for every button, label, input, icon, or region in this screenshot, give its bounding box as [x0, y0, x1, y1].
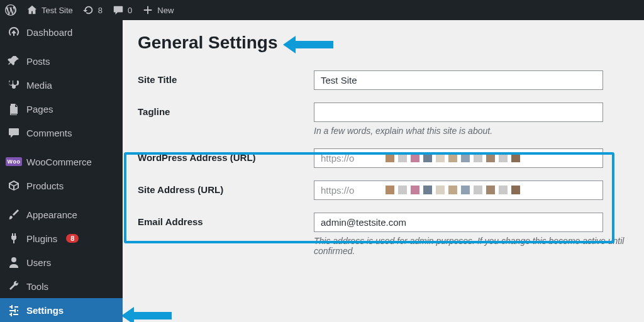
- sidebar-item-products[interactable]: Products: [0, 174, 123, 197]
- help-tagline: In a few words, explain what this site i…: [314, 126, 629, 136]
- row-site-title: Site Title: [138, 64, 629, 96]
- row-site-url: Site Address (URL): [138, 174, 629, 206]
- admin-sidebar: Dashboard Posts Media Pages Comments Woo…: [0, 20, 123, 322]
- sidebar-item-woocommerce[interactable]: Woo WooCommerce: [0, 150, 123, 174]
- sidebar-item-posts[interactable]: Posts: [0, 49, 123, 73]
- site-name-label: Test Site: [42, 6, 73, 15]
- new-content-link[interactable]: New: [142, 4, 174, 16]
- sliders-icon: [8, 304, 20, 316]
- sidebar-item-dashboard[interactable]: Dashboard: [0, 20, 123, 44]
- brush-icon: [8, 208, 20, 221]
- sidebar-item-label: Posts: [26, 56, 50, 67]
- help-email: This address is used for admin purposes.…: [314, 236, 629, 256]
- label-site-url: Site Address (URL): [138, 180, 314, 195]
- wp-logo[interactable]: [5, 4, 16, 16]
- sidebar-item-label: Media: [26, 80, 52, 91]
- sidebar-item-pages[interactable]: Pages: [0, 97, 123, 121]
- new-label: New: [157, 6, 174, 15]
- user-icon: [8, 256, 20, 269]
- wordpress-icon: [5, 4, 16, 16]
- settings-form: Site Title Tagline In a few words, expla…: [138, 64, 629, 262]
- media-icon: [8, 79, 20, 91]
- box-icon: [8, 179, 20, 192]
- sidebar-item-comments[interactable]: Comments: [0, 121, 123, 145]
- dashboard-icon: [8, 26, 20, 38]
- comments-link[interactable]: 0: [113, 4, 132, 16]
- sidebar-item-label: Comments: [26, 128, 72, 138]
- redacted-overlay: [386, 153, 520, 162]
- settings-content: General Settings Site Title Tagline In a…: [123, 20, 644, 322]
- row-tagline: Tagline In a few words, explain what thi…: [138, 96, 629, 142]
- row-wp-url: WordPress Address (URL): [138, 142, 629, 174]
- row-email: Email Address This address is used for a…: [138, 206, 629, 262]
- pin-icon: [8, 55, 20, 67]
- sidebar-item-plugins[interactable]: Plugins 8: [0, 226, 123, 250]
- sidebar-item-label: Plugins: [26, 233, 57, 244]
- sidebar-item-appearance[interactable]: Appearance: [0, 203, 123, 226]
- sidebar-item-label: Settings: [26, 305, 64, 316]
- comments-count: 0: [128, 6, 132, 15]
- annotation-arrow-settings: [123, 307, 172, 322]
- label-site-title: Site Title: [138, 70, 314, 85]
- woocommerce-icon: Woo: [8, 155, 20, 168]
- admin-top-bar: Test Site 8 0 New: [0, 0, 644, 20]
- sidebar-item-media[interactable]: Media: [0, 73, 123, 97]
- sidebar-item-settings[interactable]: Settings: [0, 298, 123, 322]
- sidebar-item-label: Products: [26, 180, 64, 191]
- sidebar-item-label: WooCommerce: [26, 157, 92, 167]
- label-email: Email Address: [138, 213, 314, 227]
- home-icon: [26, 4, 38, 16]
- label-wp-url: WordPress Address (URL): [138, 148, 314, 163]
- plug-icon: [8, 232, 20, 245]
- input-tagline[interactable]: [314, 103, 603, 122]
- page-title: General Settings: [138, 33, 629, 53]
- comment-icon: [113, 4, 124, 16]
- sidebar-item-users[interactable]: Users: [0, 250, 123, 274]
- comment-icon: [8, 126, 20, 139]
- plugins-badge: 8: [66, 234, 79, 243]
- sidebar-item-label: Appearance: [26, 209, 77, 220]
- wrench-icon: [8, 280, 20, 292]
- plus-icon: [142, 4, 153, 16]
- redacted-overlay: [386, 186, 520, 194]
- site-home-link[interactable]: Test Site: [26, 4, 73, 16]
- label-tagline: Tagline: [138, 103, 314, 117]
- sidebar-item-label: Pages: [26, 104, 53, 114]
- input-site-title[interactable]: [314, 70, 603, 90]
- refresh-icon: [83, 4, 94, 16]
- sidebar-item-label: Tools: [26, 281, 48, 292]
- input-email[interactable]: [314, 213, 603, 232]
- updates-count: 8: [98, 6, 103, 15]
- sidebar-item-label: Dashboard: [26, 27, 72, 38]
- sidebar-item-tools[interactable]: Tools: [0, 274, 123, 298]
- updates-link[interactable]: 8: [83, 4, 103, 16]
- sidebar-item-label: Users: [26, 257, 51, 268]
- page-icon: [8, 103, 20, 115]
